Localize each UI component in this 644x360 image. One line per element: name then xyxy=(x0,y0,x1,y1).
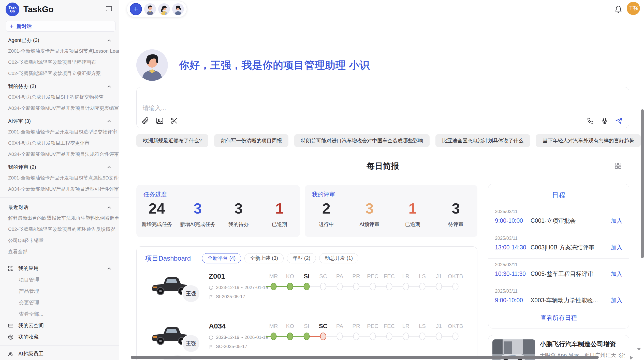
scroll-right-arrow[interactable] xyxy=(630,356,633,359)
agent-avatar-2[interactable] xyxy=(158,3,170,15)
sidebar-item-ai-staff[interactable]: AI超级员工 xyxy=(0,348,119,359)
send-icon[interactable] xyxy=(615,117,623,125)
add-agent-button[interactable]: + xyxy=(130,3,142,15)
section-header-my-review[interactable]: 我的评审 (2) xyxy=(0,160,119,172)
microphone-icon[interactable] xyxy=(601,117,608,124)
suggestion-chip[interactable]: 欧洲新规最近颁布了什么? xyxy=(136,134,208,147)
join-link[interactable]: 加入 xyxy=(611,244,622,251)
chevron-up-icon[interactable] xyxy=(107,165,111,170)
image-icon[interactable] xyxy=(156,117,164,125)
schedule-item[interactable]: 2025/03/11 13:00-14:30 C003|H0B-方案冻结评审 加… xyxy=(488,232,629,258)
cloud-space-icon xyxy=(8,323,14,329)
tab-powertrain[interactable]: 动总开发 (1) xyxy=(319,253,358,263)
schedule-time: 13:00-14:30 xyxy=(495,244,531,251)
dashboard-tabs: 全新平台 (4) 全新上装 (3) 年型 (2) 动总开发 (1) xyxy=(202,253,358,263)
suggestion-chip[interactable]: 如何写一份清晰的项目周报 xyxy=(214,134,288,147)
agent-avatar-3[interactable] xyxy=(172,3,184,15)
tab-model-year[interactable]: 年型 (2) xyxy=(287,253,316,263)
stat-label: 已逾期 xyxy=(391,221,434,228)
chevron-up-icon[interactable] xyxy=(107,119,111,124)
phone-icon[interactable] xyxy=(587,117,594,124)
clock-icon xyxy=(209,286,213,290)
sidebar-item-my-apps[interactable]: 我的应用 xyxy=(0,263,119,274)
project-name: A034 xyxy=(209,322,226,330)
section-header-my-todo[interactable]: 我的待办 (2) xyxy=(0,79,119,92)
stat-value: 3 xyxy=(177,199,218,218)
chevron-up-icon[interactable] xyxy=(107,266,111,271)
sidebar-item-favorites[interactable]: 我的收藏 xyxy=(0,331,119,343)
composer-placeholder: 请输入... xyxy=(143,104,166,112)
sidebar-task-item[interactable]: C02-飞腾新能源轻客改款项目里程碑画布 xyxy=(0,57,119,68)
horizontal-scrollbar[interactable] xyxy=(131,356,599,359)
schedule-item[interactable]: 2025/03/11 9:00-10:00 X003-车辆动力学性能验... 加… xyxy=(488,285,629,311)
schedule-date: 2025/03/11 xyxy=(495,289,622,294)
scroll-down-arrow[interactable] xyxy=(637,348,641,351)
chevron-up-icon[interactable] xyxy=(107,38,111,43)
project-date-range: 2023-12-19 ~ 2027-01-19 xyxy=(216,285,268,290)
schedule-item[interactable]: 2025/03/11 10:30-11:30 C005-整车工程目标评审 加入 xyxy=(488,258,629,285)
new-chat-button[interactable]: + 新对话 xyxy=(6,21,115,32)
sidebar-divider xyxy=(0,260,119,260)
user-avatar[interactable]: 王强 xyxy=(627,2,640,15)
milestone-label: J1 xyxy=(431,273,447,280)
recent-view-all[interactable]: 查看全部... xyxy=(0,246,119,257)
sidebar-item-cloud-space[interactable]: 我的云空间 xyxy=(0,320,119,331)
sidebar-task-item[interactable]: A034-全新新能源MUV产品开发项目计划变更表编写 xyxy=(0,103,119,114)
agent-avatar-1[interactable] xyxy=(144,3,156,15)
sidebar-task-item[interactable]: Z001-全新燃油轻卡产品开发项目SI节点属性5D文件评审 xyxy=(0,172,119,184)
people-icon xyxy=(8,351,14,357)
owner-badge: 王强 xyxy=(182,284,200,303)
message-composer[interactable]: 请输入... xyxy=(136,87,629,128)
sidebar-task-item[interactable]: Z001-全新燃油皮卡产品开发项目SI节点Lesson Learn报告 xyxy=(0,46,119,57)
join-link[interactable]: 加入 xyxy=(611,296,622,304)
owner-badge: 王强 xyxy=(182,334,200,353)
join-link[interactable]: 加入 xyxy=(611,217,622,225)
section-header-recent[interactable]: 最近对话 xyxy=(0,200,119,213)
sidebar-task-item[interactable]: C02-飞腾新能源轻客改款项目立项汇报方案 xyxy=(0,68,119,79)
recent-chat-item[interactable]: C02-飞腾新能源轻客改款项目的闭环通告反馈情况 xyxy=(0,224,119,235)
project-row-a034[interactable]: 王强 A034 2023-12-19 ~ 2026-01-19 SC-2025-… xyxy=(137,321,477,360)
schedule-item[interactable]: 2025/03/11 9:00-10:00 C001-立项审批会 加入 xyxy=(488,205,629,232)
suggestion-chip[interactable]: 比亚迪全固态电池计划具体说了什么 xyxy=(435,134,530,147)
sidebar-task-item[interactable]: Z001-全新燃油轻卡产品开发项目SI造型提交物评审 xyxy=(0,126,119,138)
stat-value: 1 xyxy=(259,199,300,218)
schedule-name: C005-整车工程目标评审 xyxy=(531,270,611,278)
flag-icon xyxy=(209,295,213,299)
suggestion-chip[interactable]: 特朗普可能对进口汽车增税会对中国车企造成哪些影响 xyxy=(294,134,430,147)
chevron-up-icon[interactable] xyxy=(107,84,111,89)
sidebar-task-item[interactable]: A034-全新新能源MUV产品开发项目造型可行性评审 xyxy=(0,184,119,195)
app-item-project-mgmt[interactable]: 项目管理 xyxy=(0,274,119,286)
recent-chat-item[interactable]: 公司Q3轻卡销量 xyxy=(0,235,119,246)
section-title: 我的评审 (2) xyxy=(8,164,36,171)
suggestion-chip[interactable]: 当下年轻人对汽车外观有怎样的喜好趋势 xyxy=(536,134,641,147)
section-header-agent-done[interactable]: Agent已办 (3) xyxy=(0,33,119,46)
chevron-up-icon[interactable] xyxy=(107,205,111,210)
tab-new-platform[interactable]: 全新平台 (4) xyxy=(202,253,241,263)
sidebar-divider xyxy=(0,345,119,346)
app-item-product-mgmt[interactable]: 产品管理 xyxy=(0,286,119,297)
milestone-label: PA xyxy=(331,323,348,329)
attachment-icon[interactable] xyxy=(142,117,149,125)
stat-pending-review: 3 待评审 xyxy=(434,199,477,228)
join-link[interactable]: 加入 xyxy=(611,270,622,278)
project-row-z001[interactable]: 王强 Z001 2023-12-19 ~ 2027-01-19 SI-2025-… xyxy=(137,271,477,319)
sidebar-task-item[interactable]: A034-全新新能源MUV产品开发项目法规符合性评审 xyxy=(0,149,119,160)
app-item-change-mgmt[interactable]: 变更管理 xyxy=(0,297,119,308)
section-header-ai-review[interactable]: AI评审 (3) xyxy=(0,114,119,126)
recent-chat-item[interactable]: 解释最新出台的欧盟报废车法规再生塑料比例被调至15%... xyxy=(0,213,119,224)
sidebar-task-item[interactable]: C0X4-动力总成开发项目工程变更评审 xyxy=(0,138,119,149)
layout-grid-icon[interactable] xyxy=(614,162,622,170)
vertical-scrollbar[interactable] xyxy=(641,109,644,258)
sidebar-collapse-icon[interactable] xyxy=(106,6,112,13)
milestone-label: PEC xyxy=(364,323,381,329)
stat-value: 3 xyxy=(348,199,391,218)
tab-new-body[interactable]: 全新上装 (3) xyxy=(244,253,284,263)
greeting-text: 你好，王强，我是你的项目管理助理 小识 xyxy=(179,58,370,72)
milestone-label: FEC xyxy=(381,273,398,280)
notification-bell-icon[interactable] xyxy=(614,5,622,14)
milestone-label: MR xyxy=(265,273,282,280)
view-all-schedule-link[interactable]: 查看所有日程 xyxy=(488,314,629,322)
app-item-view-all[interactable]: 查看全部... xyxy=(0,308,119,320)
scissors-icon[interactable] xyxy=(170,117,178,125)
sidebar-task-item[interactable]: C0X4-动力总成开发项目SI里程碑提交物检查 xyxy=(0,92,119,103)
